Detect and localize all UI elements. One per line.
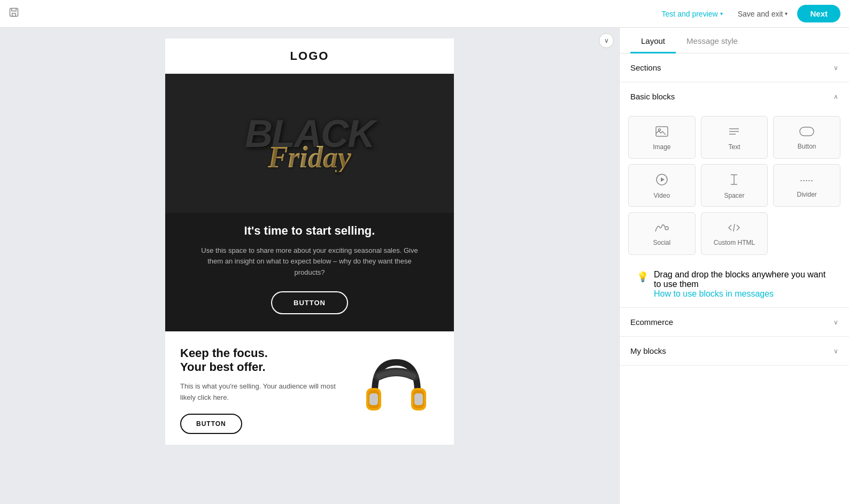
hero-image-area: BLACK Friday (165, 74, 454, 213)
basic-blocks-title: Basic blocks (630, 92, 675, 101)
right-panel: Layout Message style Sections ∨ Basic bl… (619, 28, 849, 504)
hero-subtitle: Use this space to share more about your … (165, 245, 454, 291)
svg-rect-4 (369, 393, 378, 405)
basic-blocks-header[interactable]: Basic blocks ∧ (620, 82, 849, 111)
sections-caret: ∨ (833, 64, 838, 72)
blocks-grid: Image Text (620, 111, 849, 263)
video-icon (656, 174, 668, 188)
product-button[interactable]: BUTTON (180, 414, 242, 434)
my-blocks-section: My blocks ∨ (620, 337, 849, 366)
social-icon (654, 223, 669, 235)
headphones-image (359, 352, 434, 427)
block-custom-html[interactable]: Custom HTML (701, 212, 768, 255)
svg-rect-7 (414, 393, 423, 405)
my-blocks-header[interactable]: My blocks ∨ (620, 337, 849, 365)
my-blocks-title: My blocks (630, 346, 666, 355)
ecommerce-section: Ecommerce ∨ (620, 308, 849, 337)
basic-blocks-section: Basic blocks ∧ Image (620, 82, 849, 308)
svg-marker-15 (661, 177, 665, 182)
product-section: Keep the focus. Your best offer. This is… (165, 331, 454, 445)
basic-blocks-caret: ∧ (833, 93, 838, 100)
block-spacer[interactable]: Spacer (701, 164, 768, 207)
save-exit-button[interactable]: Save and exit ▾ (732, 6, 793, 21)
text-icon (728, 126, 740, 139)
bf-gold-text: Friday (245, 142, 374, 172)
dnd-hint-text: Drag and drop the blocks anywhere you wa… (654, 270, 825, 289)
svg-point-20 (665, 227, 668, 230)
svg-line-21 (734, 224, 735, 231)
panel-tabs: Layout Message style (620, 28, 849, 53)
ecommerce-header[interactable]: Ecommerce ∨ (620, 308, 849, 336)
video-label: Video (654, 192, 670, 199)
dnd-hint-link[interactable]: How to use blocks in messages (654, 289, 774, 298)
save-exit-caret: ▾ (785, 11, 788, 17)
save-icon[interactable] (9, 7, 19, 20)
hero-button[interactable]: BUTTON (271, 291, 348, 314)
block-video[interactable]: Video (628, 164, 696, 207)
test-preview-button[interactable]: Test and preview ▾ (657, 6, 728, 21)
divider-icon (799, 175, 814, 187)
button-label: Button (798, 143, 816, 150)
hero-block: BLACK Friday It's time to start selling.… (165, 74, 454, 331)
image-label: Image (653, 143, 670, 151)
collapse-icon: ∨ (604, 37, 609, 44)
tab-layout[interactable]: Layout (630, 28, 676, 53)
product-heading: Keep the focus. Your best offer. (180, 346, 343, 375)
product-description: This is what you're selling. Your audien… (180, 381, 343, 404)
block-image[interactable]: Image (628, 116, 696, 159)
black-friday-text: BLACK Friday (245, 114, 374, 172)
button-icon (799, 127, 814, 138)
ecommerce-caret: ∨ (833, 319, 838, 326)
hero-tagline: It's time to start selling. (223, 213, 397, 245)
test-preview-caret: ▾ (720, 11, 723, 17)
svg-rect-0 (10, 9, 18, 17)
topbar: Test and preview ▾ Save and exit ▾ Next (0, 0, 849, 28)
product-text: Keep the focus. Your best offer. This is… (180, 346, 343, 434)
tab-message-style[interactable]: Message style (676, 28, 748, 53)
product-image-area (353, 346, 439, 432)
custom-html-label: Custom HTML (714, 239, 755, 246)
dnd-hint: 💡 Drag and drop the blocks anywhere you … (628, 263, 840, 307)
text-label: Text (728, 143, 740, 151)
sections-header[interactable]: Sections ∨ (620, 53, 849, 82)
spacer-label: Spacer (724, 192, 744, 199)
email-logo: LOGO (165, 38, 454, 74)
svg-rect-1 (12, 13, 16, 17)
main-layout: ∨ LOGO BLACK Friday It's time to start s… (0, 28, 849, 504)
sections-title: Sections (630, 63, 661, 72)
ecommerce-title: Ecommerce (630, 317, 673, 327)
my-blocks-caret: ∨ (833, 347, 838, 355)
block-divider[interactable]: Divider (773, 164, 840, 207)
email-wrapper: LOGO BLACK Friday It's time to start sel… (165, 38, 454, 445)
social-label: Social (653, 239, 670, 246)
image-icon (655, 126, 668, 139)
canvas-collapse-button[interactable]: ∨ (599, 33, 614, 48)
spacer-icon (728, 174, 740, 188)
block-social[interactable]: Social (628, 212, 696, 255)
canvas-area: ∨ LOGO BLACK Friday It's time to start s… (0, 28, 619, 504)
dnd-hint-icon: 💡 (637, 271, 649, 283)
svg-rect-13 (800, 127, 814, 136)
next-button[interactable]: Next (797, 5, 840, 22)
custom-html-icon (728, 223, 740, 235)
block-button[interactable]: Button (773, 116, 840, 159)
block-text[interactable]: Text (701, 116, 768, 159)
sections-section: Sections ∨ (620, 53, 849, 82)
divider-label: Divider (797, 191, 816, 198)
